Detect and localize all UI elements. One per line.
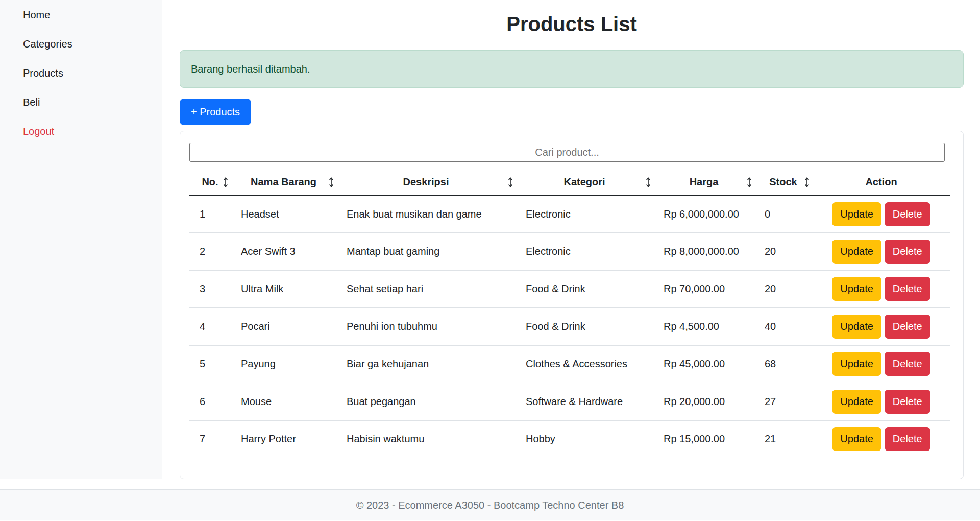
column-label: Deskripsi bbox=[403, 176, 449, 187]
column-header-stock[interactable]: Stock bbox=[754, 170, 812, 195]
update-button[interactable]: Update bbox=[832, 202, 881, 226]
cell-harga: Rp 45,000.00 bbox=[653, 345, 754, 383]
column-header-no[interactable]: No. bbox=[189, 170, 231, 195]
table-row: 5PayungBiar ga kehujananClothes & Access… bbox=[189, 345, 950, 383]
cell-deskripsi: Mantap buat gaming bbox=[336, 233, 516, 271]
cell-no: 3 bbox=[189, 270, 231, 308]
cell-action: UpdateDelete bbox=[812, 270, 950, 308]
update-button[interactable]: Update bbox=[832, 352, 881, 376]
sort-updown-icon[interactable] bbox=[645, 177, 652, 188]
sort-updown-icon[interactable] bbox=[222, 177, 229, 188]
action-buttons: UpdateDelete bbox=[812, 277, 950, 301]
update-button[interactable]: Update bbox=[832, 240, 881, 264]
delete-button[interactable]: Delete bbox=[885, 352, 930, 376]
cell-action: UpdateDelete bbox=[812, 233, 950, 271]
cell-stock: 27 bbox=[754, 383, 812, 421]
update-button[interactable]: Update bbox=[832, 390, 881, 414]
column-label: Kategori bbox=[564, 176, 605, 187]
cell-nama: Payung bbox=[231, 345, 336, 383]
sidebar-item-products[interactable]: Products bbox=[0, 59, 162, 88]
cell-harga: Rp 8,000,000.00 bbox=[653, 233, 754, 271]
products-table: No.Nama BarangDeskripsiKategoriHargaStoc… bbox=[189, 170, 950, 458]
page-title: Products List bbox=[180, 12, 964, 36]
cell-stock: 40 bbox=[754, 308, 812, 346]
cell-stock: 21 bbox=[754, 420, 812, 458]
delete-button[interactable]: Delete bbox=[885, 315, 930, 339]
action-buttons: UpdateDelete bbox=[812, 352, 950, 376]
cell-no: 4 bbox=[189, 308, 231, 346]
sidebar-item-beli[interactable]: Beli bbox=[0, 88, 162, 117]
column-header-harga[interactable]: Harga bbox=[653, 170, 754, 195]
search-input[interactable] bbox=[189, 143, 945, 162]
cell-nama: Harry Potter bbox=[231, 420, 336, 458]
sort-updown-icon[interactable] bbox=[803, 177, 811, 188]
column-header-action: Action bbox=[812, 170, 950, 195]
cell-deskripsi: Habisin waktumu bbox=[336, 420, 516, 458]
action-buttons: UpdateDelete bbox=[812, 390, 950, 414]
update-button[interactable]: Update bbox=[832, 315, 881, 339]
cell-no: 5 bbox=[189, 345, 231, 383]
table-row: 7Harry PotterHabisin waktumuHobbyRp 15,0… bbox=[189, 420, 950, 458]
cell-nama: Headset bbox=[231, 195, 336, 233]
sidebar-item-categories[interactable]: Categories bbox=[0, 30, 162, 59]
cell-kategori: Hobby bbox=[516, 420, 653, 458]
cell-no: 1 bbox=[189, 195, 231, 233]
action-buttons: UpdateDelete bbox=[812, 315, 950, 339]
update-button[interactable]: Update bbox=[832, 427, 881, 451]
sidebar-item-home[interactable]: Home bbox=[0, 1, 162, 30]
action-buttons: UpdateDelete bbox=[812, 240, 950, 264]
success-alert: Barang berhasil ditambah. bbox=[180, 50, 964, 88]
cell-kategori: Electronic bbox=[516, 195, 653, 233]
sort-updown-icon[interactable] bbox=[746, 177, 753, 188]
table-row: 2Acer Swift 3Mantap buat gamingElectroni… bbox=[189, 233, 950, 271]
cell-deskripsi: Sehat setiap hari bbox=[336, 270, 516, 308]
delete-button[interactable]: Delete bbox=[885, 202, 930, 226]
cell-no: 7 bbox=[189, 420, 231, 458]
delete-button[interactable]: Delete bbox=[885, 427, 930, 451]
cell-nama: Mouse bbox=[231, 383, 336, 421]
sort-updown-icon[interactable] bbox=[328, 177, 335, 188]
cell-stock: 68 bbox=[754, 345, 812, 383]
delete-button[interactable]: Delete bbox=[885, 390, 930, 414]
table-row: 3Ultra MilkSehat setiap hariFood & Drink… bbox=[189, 270, 950, 308]
cell-stock: 0 bbox=[754, 195, 812, 233]
cell-nama: Acer Swift 3 bbox=[231, 233, 336, 271]
column-header-kategori[interactable]: Kategori bbox=[516, 170, 653, 195]
table-row: 4PocariPenuhi ion tubuhmuFood & DrinkRp … bbox=[189, 308, 950, 346]
cell-action: UpdateDelete bbox=[812, 383, 950, 421]
main-content: Products List Barang berhasil ditambah. … bbox=[162, 0, 980, 479]
column-label: Nama Barang bbox=[251, 176, 316, 187]
update-button[interactable]: Update bbox=[832, 277, 881, 301]
add-products-button[interactable]: + Products bbox=[180, 99, 251, 125]
cell-nama: Ultra Milk bbox=[231, 270, 336, 308]
cell-action: UpdateDelete bbox=[812, 420, 950, 458]
cell-deskripsi: Penuhi ion tubuhmu bbox=[336, 308, 516, 346]
delete-button[interactable]: Delete bbox=[885, 240, 930, 264]
cell-deskripsi: Buat pegangan bbox=[336, 383, 516, 421]
sidebar-item-logout[interactable]: Logout bbox=[0, 117, 162, 146]
column-label: No. bbox=[202, 176, 218, 187]
cell-action: UpdateDelete bbox=[812, 308, 950, 346]
sort-updown-icon[interactable] bbox=[507, 177, 514, 188]
cell-deskripsi: Biar ga kehujanan bbox=[336, 345, 516, 383]
column-label: Action bbox=[865, 176, 897, 187]
column-label: Stock bbox=[769, 176, 797, 187]
cell-nama: Pocari bbox=[231, 308, 336, 346]
table-header-row: No.Nama BarangDeskripsiKategoriHargaStoc… bbox=[189, 170, 950, 195]
cell-harga: Rp 20,000.00 bbox=[653, 383, 754, 421]
column-header-nama-barang[interactable]: Nama Barang bbox=[231, 170, 336, 195]
cell-harga: Rp 4,500.00 bbox=[653, 308, 754, 346]
action-buttons: UpdateDelete bbox=[812, 202, 950, 226]
column-label: Harga bbox=[690, 176, 719, 187]
table-row: 1HeadsetEnak buat musikan dan gameElectr… bbox=[189, 195, 950, 233]
cell-stock: 20 bbox=[754, 233, 812, 271]
delete-button[interactable]: Delete bbox=[885, 277, 930, 301]
cell-deskripsi: Enak buat musikan dan game bbox=[336, 195, 516, 233]
cell-kategori: Clothes & Accessories bbox=[516, 345, 653, 383]
cell-no: 6 bbox=[189, 383, 231, 421]
column-header-deskripsi[interactable]: Deskripsi bbox=[336, 170, 516, 195]
cell-harga: Rp 15,000.00 bbox=[653, 420, 754, 458]
alert-message: Barang berhasil ditambah. bbox=[191, 63, 310, 75]
cell-action: UpdateDelete bbox=[812, 195, 950, 233]
footer: © 2023 - Ecommerce A3050 - Bootcamp Tech… bbox=[0, 489, 980, 520]
